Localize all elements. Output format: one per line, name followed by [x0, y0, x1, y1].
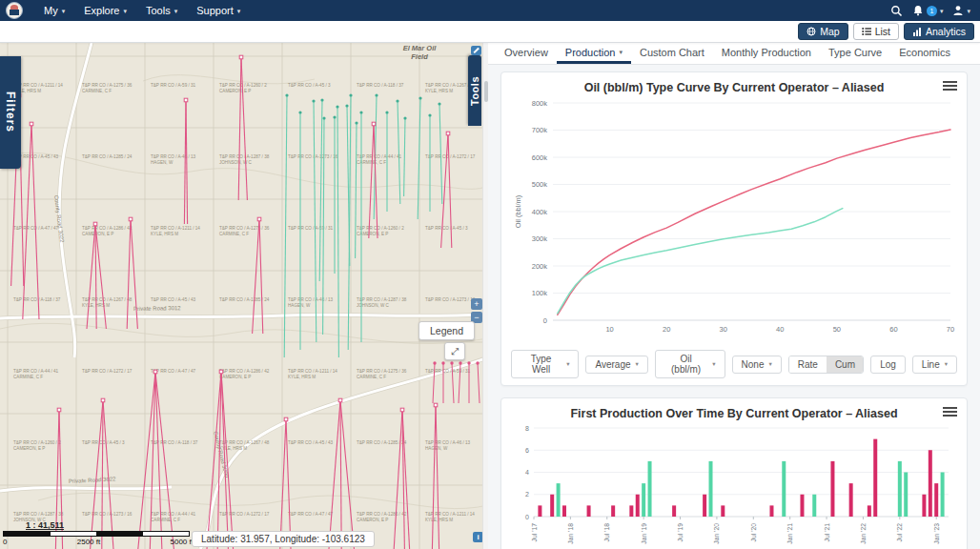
chart-menu-icon[interactable] — [943, 407, 957, 417]
bell-icon — [912, 5, 924, 16]
map-view-button[interactable]: Map — [798, 23, 847, 40]
list-view-button[interactable]: List — [853, 23, 899, 40]
svg-text:300k: 300k — [532, 234, 548, 243]
svg-text:Jan '20: Jan '20 — [713, 523, 720, 544]
nav-menu-my[interactable]: My▾ — [36, 0, 72, 21]
svg-text:Jan '21: Jan '21 — [786, 523, 793, 544]
account-button[interactable]: ▾ — [952, 5, 970, 16]
svg-text:4: 4 — [525, 469, 529, 476]
overlay-dropdown[interactable]: None▾ — [732, 356, 782, 374]
main-menu: My▾ Explore▾ Tools▾ Support▾ — [36, 0, 248, 21]
svg-text:El Mar Oil: El Mar Oil — [403, 44, 438, 52]
scale-ratio: 1 : 41,511 — [26, 520, 194, 530]
filters-panel-tab[interactable]: Filters — [0, 56, 21, 169]
svg-text:Field: Field — [411, 52, 428, 61]
svg-text:KYLE, HRS M: KYLE, HRS M — [288, 375, 316, 379]
svg-text:T&P RR CO / A-1275 / 36: T&P RR CO / A-1275 / 36 — [82, 83, 133, 88]
caret-down-icon: ▾ — [123, 8, 127, 14]
svg-text:T&P RR CO / A-46 / 13: T&P RR CO / A-46 / 13 — [288, 297, 334, 302]
first-production-chart[interactable]: 02468Jul '17Jan '18Jul '18Jan '19Jul '19… — [511, 423, 956, 549]
user-icon — [952, 5, 964, 16]
tab-type-curve[interactable]: Type Curve — [820, 43, 890, 64]
dropdown-label: Type Well — [521, 354, 561, 375]
map-scale: 1 : 41,511 0 2500 ft 5000 ft — [3, 520, 194, 546]
nav-menu-support[interactable]: Support▾ — [189, 0, 248, 21]
svg-text:0: 0 — [543, 316, 547, 325]
svg-text:T&P RR CO / A-1260 / 2: T&P RR CO / A-1260 / 2 — [13, 440, 61, 445]
app-logo[interactable] — [6, 2, 23, 19]
notifications-button[interactable]: 1 ▾ — [912, 5, 944, 16]
analytics-view-button[interactable]: Analytics — [904, 23, 974, 40]
rate-toggle-button[interactable]: Rate — [789, 356, 827, 373]
line-style-dropdown[interactable]: Line▾ — [912, 356, 957, 374]
svg-text:Jan '22: Jan '22 — [860, 523, 867, 544]
type-curve-chart[interactable]: 0100k200k300k400k500k600k700k800k1020304… — [511, 97, 956, 341]
svg-text:2: 2 — [525, 491, 529, 498]
fullscreen-button[interactable]: ⤢ — [444, 342, 465, 360]
zoom-in-button[interactable]: + — [471, 298, 482, 310]
dropdown-label: Average — [595, 359, 630, 370]
scale-tick: 2500 ft — [77, 538, 100, 546]
svg-text:T&P RR CO / A-118 / 37: T&P RR CO / A-118 / 37 — [13, 297, 61, 302]
tools-panel-tab[interactable]: Tools — [468, 55, 481, 126]
expand-icon: ⤢ — [451, 346, 459, 356]
map-zoom-controls: + − — [471, 298, 482, 323]
average-dropdown[interactable]: Average▾ — [585, 356, 647, 374]
map-canvas[interactable]: County Road 3022Private Road 3012County … — [0, 43, 488, 549]
log-toggle-button[interactable]: Log — [870, 356, 906, 374]
cum-toggle-button[interactable]: Cum — [827, 356, 864, 373]
caret-down-icon: ▾ — [62, 8, 66, 14]
svg-text:0: 0 — [525, 514, 529, 520]
tab-label: Monthly Production — [722, 47, 811, 58]
svg-text:500k: 500k — [532, 180, 548, 189]
tab-monthly-production[interactable]: Monthly Production — [713, 43, 820, 64]
map-pane[interactable]: County Road 3022Private Road 3012County … — [0, 43, 488, 549]
rate-cum-toggle: Rate Cum — [788, 356, 864, 374]
svg-text:T&P RR CO / A-1275 / 36: T&P RR CO / A-1275 / 36 — [357, 369, 407, 374]
tab-custom-chart[interactable]: Custom Chart — [631, 43, 713, 64]
nav-menu-explore[interactable]: Explore▾ — [76, 0, 134, 21]
notification-badge: 1 — [927, 6, 937, 16]
svg-text:40: 40 — [776, 325, 784, 334]
svg-text:KYLE, HRS M: KYLE, HRS M — [425, 89, 453, 93]
tab-overview[interactable]: Overview — [496, 43, 557, 64]
svg-text:T&P RR CO / A-1286 / 42: T&P RR CO / A-1286 / 42 — [357, 512, 407, 517]
tab-economics[interactable]: Economics — [890, 43, 959, 64]
list-icon — [862, 27, 871, 36]
dropdown-label: Line — [922, 359, 940, 370]
caret-down-icon: ▾ — [712, 361, 715, 368]
scrollbar-thumb[interactable] — [484, 81, 488, 102]
type-well-dropdown[interactable]: Type Well▾ — [511, 350, 579, 378]
search-button[interactable] — [890, 5, 903, 17]
unit-dropdown[interactable]: Oil (bbl/m)▾ — [655, 350, 725, 378]
map-scrollbar[interactable] — [482, 43, 488, 549]
panel-toggle-button[interactable] — [471, 46, 481, 55]
svg-text:T&P RR CO / A-45 / 3: T&P RR CO / A-45 / 3 — [82, 440, 125, 445]
svg-text:CAMERON, E P: CAMERON, E P — [357, 518, 388, 522]
tab-production[interactable]: Production▾ — [557, 43, 631, 64]
svg-text:CAMERON, E P: CAMERON, E P — [219, 375, 251, 379]
chart-menu-icon[interactable] — [943, 81, 957, 91]
scale-tick: 0 — [3, 538, 7, 546]
search-icon — [890, 5, 903, 17]
svg-text:T&P RR CO / A-1273 / 16: T&P RR CO / A-1273 / 16 — [82, 512, 133, 517]
svg-text:T&P RR CO / A-44 / 41: T&P RR CO / A-44 / 41 — [151, 512, 196, 517]
svg-text:T&P RR CO / A-44 / 41: T&P RR CO / A-44 / 41 — [13, 369, 59, 374]
svg-text:700k: 700k — [532, 126, 548, 134]
legend-button[interactable]: Legend — [419, 321, 475, 340]
svg-text:T&P RR CO / A-59 / 31: T&P RR CO / A-59 / 31 — [151, 83, 196, 88]
svg-text:T&P RR CO / A-1267 / 48: T&P RR CO / A-1267 / 48 — [219, 440, 270, 445]
nav-menu-tools[interactable]: Tools▾ — [138, 0, 185, 21]
svg-text:Jul '20: Jul '20 — [750, 523, 757, 542]
map-view-label: Map — [820, 26, 839, 37]
caret-down-icon: ▾ — [566, 361, 569, 368]
svg-text:T&P RR CO / A-1275 / 36: T&P RR CO / A-1275 / 36 — [219, 226, 270, 231]
caret-down-icon: ▾ — [619, 49, 623, 55]
type-curve-card: Oil (bbl/m) Type Curve By Current Operat… — [500, 71, 968, 386]
svg-text:50: 50 — [833, 325, 841, 334]
svg-text:10: 10 — [605, 325, 613, 334]
svg-text:CARMINE, C F: CARMINE, C F — [357, 375, 386, 379]
svg-text:Private Road 3012: Private Road 3012 — [133, 305, 181, 312]
chart-title: First Production Over Time By Current Op… — [570, 407, 897, 420]
scale-bar — [3, 531, 190, 537]
